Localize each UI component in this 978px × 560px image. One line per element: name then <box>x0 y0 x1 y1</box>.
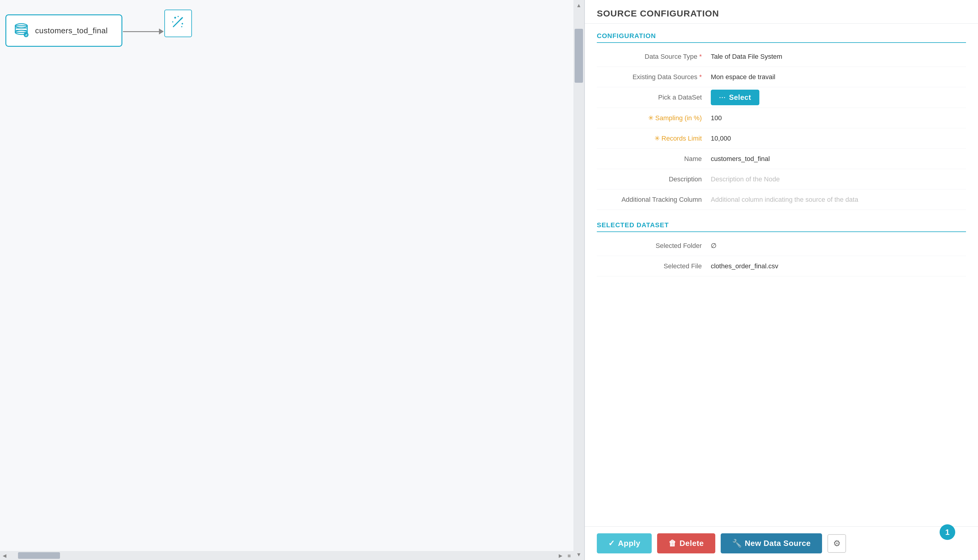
existing-data-sources-row: Existing Data Sources Mon espace de trav… <box>597 67 966 87</box>
panel-body: CONFIGURATION Data Source Type Tale of D… <box>585 24 978 527</box>
node-connection-arrow <box>123 28 164 35</box>
configuration-section-title: CONFIGURATION <box>597 32 966 43</box>
apply-button[interactable]: ✓ Apply <box>597 533 652 553</box>
svg-rect-1 <box>15 26 27 32</box>
selected-folder-row: Selected Folder ∅ <box>597 236 966 256</box>
records-limit-label: ✳Records Limit <box>597 135 711 142</box>
selected-file-value: clothes_order_final.csv <box>711 262 966 270</box>
gear-icon: ⚙ <box>833 538 841 548</box>
configuration-section: CONFIGURATION Data Source Type Tale of D… <box>585 24 978 213</box>
scroll-thumb[interactable] <box>575 29 583 83</box>
records-limit-value: 10,000 <box>711 135 966 142</box>
selected-file-label: Selected File <box>597 262 711 270</box>
badge-circle: 1 <box>940 524 955 540</box>
datasource-node[interactable]: ↺ customers_tod_final <box>5 14 122 47</box>
svg-point-10 <box>182 23 183 25</box>
svg-point-11 <box>172 21 174 22</box>
svg-line-8 <box>180 18 182 20</box>
corner-icon: ◼ <box>565 550 573 560</box>
horizontal-scrollbar[interactable]: ◀ ▶ ◼ <box>0 551 573 560</box>
name-value: customers_tod_final <box>711 155 966 163</box>
delete-button[interactable]: 🗑 Delete <box>657 533 715 553</box>
panel-title: SOURCE CONFIGURATION <box>597 8 719 18</box>
database-icon: ↺ <box>13 22 30 39</box>
data-source-type-row: Data Source Type Tale of Data File Syste… <box>597 47 966 67</box>
existing-data-sources-label: Existing Data Sources <box>597 73 711 81</box>
delete-label: Delete <box>679 539 704 548</box>
data-source-type-value: Tale of Data File System <box>711 53 966 60</box>
pick-dataset-row: Pick a DataSet ··· Select <box>597 87 966 108</box>
scroll-up-arrow[interactable]: ▲ <box>575 0 583 11</box>
sampling-sparkle-icon: ✳ <box>648 114 654 122</box>
vertical-scrollbar[interactable]: ▲ ▼ <box>573 0 584 560</box>
description-value: Description of the Node <box>711 175 966 183</box>
hscroll-thumb[interactable] <box>18 552 60 559</box>
pick-dataset-label: Pick a DataSet <box>597 93 711 101</box>
tracking-column-label: Additional Tracking Column <box>597 196 711 203</box>
wand-icon <box>171 15 185 32</box>
name-row: Name customers_tod_final <box>597 149 966 169</box>
scroll-down-arrow[interactable]: ▼ <box>575 549 583 560</box>
scroll-left-arrow[interactable]: ◀ <box>0 551 9 560</box>
select-dataset-button[interactable]: ··· Select <box>711 90 759 105</box>
tracking-column-value: Additional column indicating the source … <box>711 196 966 203</box>
new-datasource-label: New Data Source <box>745 539 811 548</box>
svg-text:↺: ↺ <box>25 33 28 37</box>
selected-file-row: Selected File clothes_order_final.csv <box>597 256 966 277</box>
description-label: Description <box>597 175 711 183</box>
sampling-label: ✳Sampling (in %) <box>597 114 711 122</box>
records-sparkle-icon: ✳ <box>654 135 660 142</box>
action-bar: 1 ✓ Apply 🗑 Delete 🔧 New Data Source ⚙ <box>585 527 978 560</box>
svg-point-9 <box>174 17 176 18</box>
apply-label: Apply <box>618 539 641 548</box>
checkmark-icon: ✓ <box>608 539 615 548</box>
selected-dataset-section-title: SELECTED DATASET <box>597 221 966 232</box>
name-label: Name <box>597 155 711 163</box>
right-panel: SOURCE CONFIGURATION CONFIGURATION Data … <box>585 0 978 560</box>
new-datasource-button[interactable]: 🔧 New Data Source <box>721 533 822 553</box>
dots-icon: ··· <box>719 94 726 101</box>
existing-data-sources-value: Mon espace de travail <box>711 73 966 81</box>
description-row: Description Description of the Node <box>597 169 966 190</box>
records-limit-row: ✳Records Limit 10,000 <box>597 128 966 149</box>
sampling-value: 100 <box>711 114 966 122</box>
panel-header: SOURCE CONFIGURATION <box>585 0 978 24</box>
settings-button[interactable]: ⚙ <box>828 534 846 553</box>
select-button-label: Select <box>729 93 751 102</box>
tracking-column-row: Additional Tracking Column Additional co… <box>597 190 966 210</box>
svg-line-7 <box>174 20 180 27</box>
svg-point-13 <box>177 16 179 17</box>
data-source-type-label: Data Source Type <box>597 53 711 60</box>
scroll-right-arrow[interactable]: ▶ <box>556 551 565 560</box>
svg-point-12 <box>181 26 182 27</box>
canvas-area: ↺ customers_tod_final ▲ ▼ <box>0 0 585 560</box>
selected-folder-label: Selected Folder <box>597 242 711 250</box>
transform-node[interactable] <box>164 10 192 37</box>
node-name-label: customers_tod_final <box>35 26 108 35</box>
selected-dataset-section: SELECTED DATASET Selected Folder ∅ Selec… <box>585 213 978 279</box>
trash-icon: 🗑 <box>669 539 677 548</box>
selected-folder-value: ∅ <box>711 242 966 250</box>
sampling-row: ✳Sampling (in %) 100 <box>597 108 966 128</box>
wrench-icon: 🔧 <box>732 539 742 548</box>
